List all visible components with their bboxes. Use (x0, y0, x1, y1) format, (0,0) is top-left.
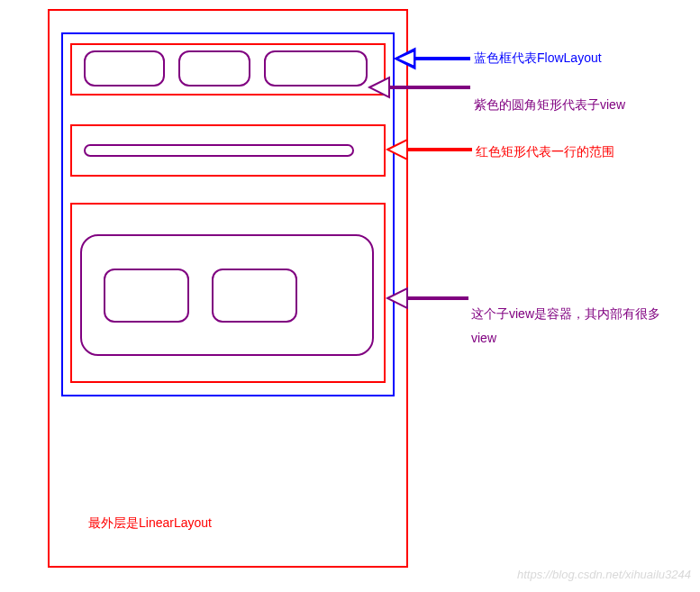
svg-marker-6 (387, 140, 407, 159)
annotation-row: 红色矩形代表一行的范围 (476, 144, 614, 160)
arrow-flowlayout (395, 47, 472, 70)
child-view-3 (264, 50, 368, 87)
child-view-container-inner-2 (212, 269, 297, 323)
arrow-childview (368, 74, 472, 101)
watermark-text: https://blog.csdn.net/xihuailu3244 (517, 568, 691, 581)
annotation-container-child: 这个子view是容器，其内部有很多view (471, 302, 669, 350)
child-view-2 (178, 50, 250, 87)
svg-marker-8 (387, 288, 407, 308)
annotation-flowlayout: 蓝色框代表FlowLayout (474, 50, 602, 67)
diagram-canvas: 蓝色框代表FlowLayout 紫色的圆角矩形代表子view 红色矩形代表一行的… (0, 0, 700, 592)
annotation-childview: 紫色的圆角矩形代表子view (474, 97, 625, 114)
arrow-row (386, 137, 474, 162)
child-view-4 (84, 144, 354, 157)
child-view-1 (84, 50, 165, 87)
svg-marker-4 (369, 77, 389, 97)
arrow-container-child (386, 286, 470, 311)
child-view-container-inner-1 (104, 269, 189, 323)
annotation-outer-layout: 最外层是LinearLayout (88, 515, 212, 532)
